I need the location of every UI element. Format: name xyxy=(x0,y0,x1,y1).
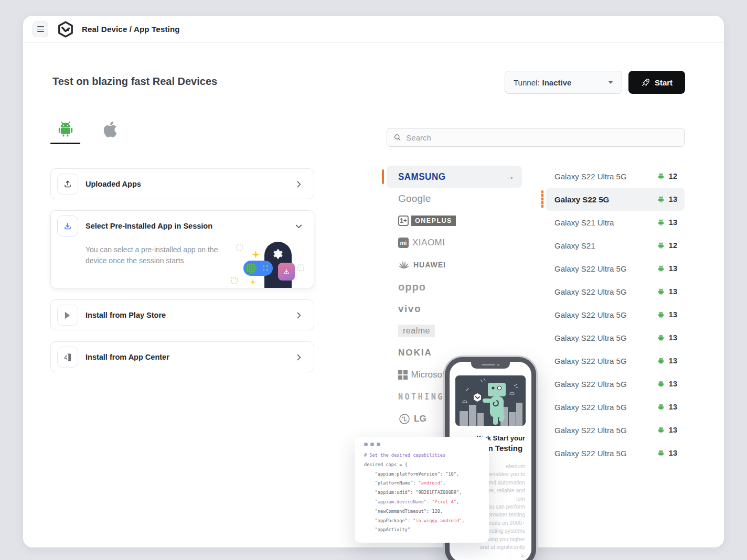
brand-label: Google xyxy=(398,193,431,204)
tunnel-label: Tunnel: xyxy=(514,78,539,87)
play-store-card[interactable]: Install from Play Store xyxy=(50,299,314,330)
code-snippet-card: # Set the desired capabilitiesdesired_ca… xyxy=(355,437,489,543)
device-os-version: 13 xyxy=(657,449,677,457)
device-row-1[interactable]: Galaxy S22 5G13 xyxy=(546,188,685,211)
breadcrumb: Real Device / App Testing xyxy=(82,25,180,34)
code-line: "appium:deviceName": "Pixel 4", xyxy=(364,498,489,507)
device-name: Galaxy S22 Ultra 5G xyxy=(554,333,627,342)
lambdatest-logo-icon xyxy=(57,20,74,38)
device-os-version: 12 xyxy=(657,172,677,180)
preinstalled-app-card[interactable]: Select Pre-Installed App in Session You … xyxy=(50,210,314,288)
hamburger-menu-button[interactable] xyxy=(33,21,48,37)
chevron-right-icon xyxy=(294,180,303,189)
device-name: Galaxy S22 Ultra 5G xyxy=(554,264,627,273)
code-line: # Set the desired capabilities xyxy=(364,451,489,460)
tab-ios[interactable] xyxy=(94,116,125,142)
chevron-right-icon xyxy=(294,353,303,362)
active-tab-indicator xyxy=(50,143,80,144)
android-icon xyxy=(657,218,665,227)
selected-brand-indicator xyxy=(382,169,384,184)
device-name: Galaxy S22 5G xyxy=(554,195,609,204)
android-icon xyxy=(657,403,665,411)
device-row-9[interactable]: Galaxy S22 Ultra 5G13 xyxy=(546,372,685,395)
lg-logo-icon xyxy=(398,413,411,425)
brand-label: NOKIA xyxy=(398,348,432,358)
device-name: Galaxy S21 xyxy=(554,241,595,250)
app-install-badge xyxy=(278,263,295,281)
brand-item-vivo[interactable]: vivo xyxy=(387,298,522,320)
brand-label: ONEPLUS xyxy=(411,216,456,226)
device-name: Galaxy S22 Ultra 5G xyxy=(554,357,627,365)
device-row-6[interactable]: Galaxy S22 Ultra 5G13 xyxy=(546,303,685,326)
brand-item-huawei[interactable]: HUAWEI xyxy=(387,254,522,276)
play-store-icon xyxy=(57,305,78,326)
device-list: Galaxy S22 Ultra 5G12Galaxy S22 5G13Gala… xyxy=(546,165,685,465)
brand-label: NOTHING xyxy=(398,392,444,402)
device-name: Galaxy S22 Ultra 5G xyxy=(554,426,627,435)
device-row-11[interactable]: Galaxy S22 Ultra 5G13 xyxy=(546,418,685,441)
device-row-12[interactable]: Galaxy S22 Ultra 5G13 xyxy=(546,441,685,465)
device-row-2[interactable]: Galaxy S21 Ultra13 xyxy=(546,211,685,234)
gear-icon xyxy=(271,247,285,262)
app-center-icon xyxy=(57,347,78,368)
brand-item-oppo[interactable]: oppo xyxy=(387,276,522,298)
toggle-illustration xyxy=(243,261,273,276)
card-title: Install from Play Store xyxy=(86,311,166,319)
device-name: Galaxy S22 Ultra 5G xyxy=(554,449,627,458)
tunnel-value: Inactive xyxy=(542,78,571,87)
device-name: Galaxy S22 Ultra 5G xyxy=(554,287,627,296)
android-icon xyxy=(657,449,665,457)
device-os-version: 13 xyxy=(657,264,677,273)
android-icon xyxy=(657,264,665,273)
os-version-number: 13 xyxy=(669,310,677,319)
chevron-down-icon xyxy=(608,81,613,84)
card-description: You can select a pre-installed app on th… xyxy=(86,244,238,266)
device-os-version: 13 xyxy=(657,310,677,319)
android-icon xyxy=(657,241,665,250)
brand-item-google[interactable]: Google xyxy=(387,188,522,210)
selected-device-indicator xyxy=(541,190,543,208)
device-row-5[interactable]: Galaxy S22 Ultra 5G13 xyxy=(546,280,685,303)
card-title: Uploaded Apps xyxy=(86,180,141,188)
card-title: Select Pre-Installed App in Session xyxy=(86,222,212,230)
chevron-down-icon xyxy=(294,222,303,231)
robot-illustration xyxy=(455,375,526,426)
huawei-logo-icon xyxy=(398,260,410,270)
android-icon xyxy=(657,333,665,342)
device-os-version: 13 xyxy=(657,426,677,434)
code-line: "appPackage": "in.wiggy.android", xyxy=(364,516,489,526)
os-version-number: 13 xyxy=(669,287,677,296)
os-version-number: 13 xyxy=(669,426,677,434)
start-button[interactable]: Start xyxy=(628,71,685,94)
huawei-icon xyxy=(398,260,410,270)
tab-android[interactable] xyxy=(50,116,81,142)
code-line: desired_caps = { xyxy=(364,460,489,470)
desired-capabilities-code: # Set the desired capabilitiesdesired_ca… xyxy=(364,451,489,535)
brand-item-oneplus[interactable]: 1+ONEPLUS xyxy=(387,210,522,232)
device-os-version: 13 xyxy=(657,218,677,227)
device-row-10[interactable]: Galaxy S22 Ultra 5G13 xyxy=(546,395,685,418)
device-row-3[interactable]: Galaxy S2112 xyxy=(546,234,685,257)
paragraph-line: and at significantly xyxy=(480,543,525,551)
app-center-card[interactable]: Install from App Center xyxy=(50,341,314,372)
device-row-4[interactable]: Galaxy S22 Ultra 5G13 xyxy=(546,257,685,280)
android-icon xyxy=(657,310,665,319)
brand-item-xiaomi[interactable]: miXIAOMI xyxy=(387,232,522,254)
device-os-version: 13 xyxy=(657,333,677,342)
brand-item-samsung[interactable]: SAMSUNG→ xyxy=(387,166,522,188)
page-title: Test on blazing fast Real Devices xyxy=(52,76,217,88)
tunnel-dropdown[interactable]: Tunnel: Inactive xyxy=(505,71,622,94)
device-name: Galaxy S21 Ultra xyxy=(554,218,614,227)
android-icon xyxy=(657,426,665,434)
code-line: "appium:udid": "9B261FFAZ000B9", xyxy=(364,488,489,498)
android-icon xyxy=(657,287,665,296)
device-row-0[interactable]: Galaxy S22 Ultra 5G12 xyxy=(546,165,685,188)
device-row-8[interactable]: Galaxy S22 Ultra 5G13 xyxy=(546,349,685,372)
device-row-7[interactable]: Galaxy S22 Ultra 5G13 xyxy=(546,326,685,349)
brand-item-realme[interactable]: realme xyxy=(387,320,522,342)
search-input[interactable] xyxy=(406,133,678,142)
oneplus-logo-icon: 1+ xyxy=(398,216,409,226)
card-title: Install from App Center xyxy=(86,353,169,361)
device-search xyxy=(387,128,685,147)
uploaded-apps-card[interactable]: Uploaded Apps xyxy=(50,168,314,199)
